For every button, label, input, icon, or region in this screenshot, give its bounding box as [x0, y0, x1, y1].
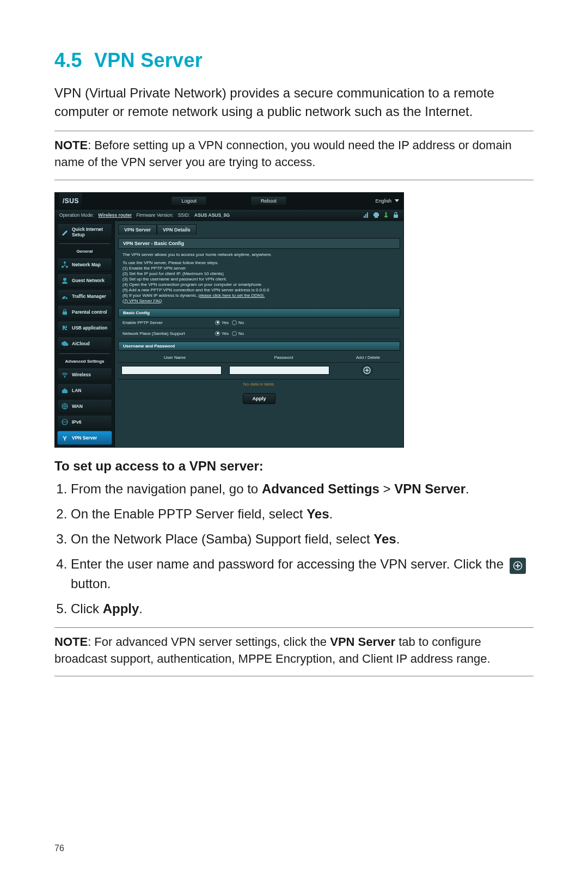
- tab-vpn-server[interactable]: VPN Server: [118, 224, 157, 235]
- svg-rect-9: [63, 311, 67, 315]
- reboot-button[interactable]: Reboot: [250, 196, 287, 206]
- sidebar-item-usb-application[interactable]: USB application: [57, 321, 112, 335]
- username-input[interactable]: [121, 366, 222, 375]
- op-mode-value[interactable]: Wireless router: [98, 212, 132, 218]
- sidebar-header-general: General: [57, 247, 112, 256]
- brand-logo: /SUS: [59, 193, 83, 209]
- wifi-icon: [61, 371, 69, 378]
- sidebar-item-label: USB application: [72, 325, 107, 331]
- sidebar-item-parental-control[interactable]: Parental control: [57, 305, 112, 319]
- step-5: Click Apply.: [71, 599, 534, 619]
- sidebar-item-wireless[interactable]: Wireless: [57, 368, 112, 382]
- sidebar-item-label: Wireless: [72, 372, 91, 377]
- status-bar: Operation Mode: Wireless router Firmware…: [55, 209, 403, 221]
- logout-button[interactable]: Logout: [171, 196, 207, 206]
- puzzle-icon: [61, 324, 69, 332]
- config-step: (4) Open the VPN connection program on y…: [122, 282, 396, 287]
- col-username: User Name: [120, 355, 229, 360]
- svg-rect-0: [373, 213, 379, 216]
- svg-point-7: [63, 278, 66, 281]
- tab-vpn-details[interactable]: VPN Details: [157, 224, 197, 235]
- op-mode-label: Operation Mode:: [59, 212, 94, 218]
- row-label: Network Place (Samba) Support: [122, 331, 215, 336]
- apply-button[interactable]: Apply: [243, 393, 275, 404]
- password-input[interactable]: [229, 366, 329, 375]
- section-basic-config: Basic Config: [118, 308, 400, 317]
- radio-yes[interactable]: Yes: [215, 320, 229, 325]
- card-title: VPN Server - Basic Config: [118, 238, 400, 249]
- vpn-faq-link[interactable]: (7) VPN Server FAQ: [122, 298, 162, 303]
- note-text: : Before setting up a VPN connection, yo…: [54, 138, 512, 169]
- sidebar-item-label: AiCloud: [72, 341, 90, 346]
- printer-icon: [373, 212, 379, 218]
- sidebar-item-lan[interactable]: LAN: [57, 383, 112, 398]
- globe-icon: [61, 418, 69, 426]
- sidebar-item-label: Traffic Manager: [72, 294, 106, 299]
- sidebar-item-label: Parental control: [72, 309, 107, 315]
- intro-paragraph: VPN (Virtual Private Network) provides a…: [54, 84, 534, 121]
- svg-point-10: [64, 376, 66, 377]
- main-panel: VPN Server VPN Details VPN Server - Basi…: [115, 221, 403, 447]
- col-password: Password: [229, 355, 338, 360]
- svg-rect-3: [394, 215, 398, 218]
- row-enable-pptp: Enable PPTP Server Yes No: [118, 317, 400, 328]
- note-box-2: NOTE: For advanced VPN server settings, …: [54, 627, 534, 676]
- sidebar-item-guest-network[interactable]: Guest Network: [57, 273, 112, 288]
- section-heading: 4.5VPN Server: [54, 49, 534, 72]
- sidebar-item-qis[interactable]: Quick Internet Setup: [57, 223, 112, 241]
- sidebar-item-vpn-server[interactable]: VPN Server: [57, 431, 112, 445]
- step-4: Enter the user name and password for acc…: [71, 554, 534, 594]
- instruction-steps: From the navigation panel, go to Advance…: [54, 479, 534, 619]
- config-step: (3) Set up the username and password for…: [122, 277, 396, 282]
- vpn-icon: [61, 434, 69, 442]
- ssid-value: ASUS ASUS_5G: [194, 212, 230, 218]
- gauge-icon: [61, 292, 69, 300]
- config-step-lead: To use the VPN server, Please follow the…: [122, 260, 396, 265]
- config-step: (2) Set the IP pool for client IP. (Maxi…: [122, 271, 396, 276]
- topbar: /SUS Logout Reboot English: [55, 193, 403, 209]
- language-label: English: [375, 198, 391, 204]
- config-steps: To use the VPN server, Please follow the…: [118, 260, 400, 306]
- chevron-down-icon: [395, 199, 399, 202]
- network-map-icon: [61, 261, 69, 268]
- language-selector[interactable]: English: [375, 198, 399, 204]
- config-step: (1) Enable the PPTP VPN server: [122, 266, 396, 271]
- sidebar-item-label: IPv6: [72, 419, 82, 425]
- step-2: On the Enable PPTP Server field, select …: [71, 504, 534, 524]
- sidebar-item-ipv6[interactable]: IPv6: [57, 415, 112, 429]
- row-samba-support: Network Place (Samba) Support Yes No: [118, 328, 400, 339]
- section-title: VPN Server: [94, 49, 203, 71]
- fw-label: Firmware Version:: [136, 212, 174, 218]
- step-3: On the Network Place (Samba) Support fie…: [71, 529, 534, 549]
- sidebar-item-label: Quick Internet Setup: [72, 227, 108, 237]
- note-label: NOTE: [54, 138, 88, 152]
- radio-no[interactable]: No: [232, 331, 244, 336]
- page-number: 76: [54, 844, 64, 853]
- radio-yes[interactable]: Yes: [215, 331, 229, 336]
- instructions-heading: To set up access to a VPN server:: [54, 459, 534, 474]
- lock-icon: [61, 308, 69, 316]
- config-step: (5) Add a new PPTP VPN connection and th…: [122, 288, 396, 292]
- sidebar-item-network-map[interactable]: Network Map: [57, 258, 112, 272]
- note-box-1: NOTE: Before setting up a VPN connection…: [54, 131, 534, 180]
- usb-icon: [383, 212, 389, 218]
- sidebar-item-traffic-manager[interactable]: Traffic Manager: [57, 289, 112, 303]
- globe-icon: [61, 402, 69, 410]
- add-button[interactable]: [362, 365, 372, 376]
- config-step-6: (6) If your WAN IP address is dynamic, p…: [122, 293, 396, 298]
- sidebar-item-label: Guest Network: [72, 278, 105, 283]
- ddns-link[interactable]: please click here to set the DDNS.: [199, 293, 265, 298]
- empty-table-message: No data in table.: [118, 380, 400, 390]
- sidebar-item-label: LAN: [72, 388, 81, 393]
- section-username-password: Username and Password: [118, 341, 400, 351]
- sidebar-item-label: VPN Server: [72, 435, 97, 441]
- sidebar-item-wan[interactable]: WAN: [57, 399, 112, 413]
- wizard-icon: [61, 228, 69, 236]
- col-add-delete: Add / Delete: [338, 355, 398, 360]
- cloud-icon: [61, 340, 69, 347]
- svg-point-4: [64, 261, 66, 264]
- svg-rect-2: [375, 216, 378, 218]
- radio-no[interactable]: No: [232, 320, 244, 325]
- sidebar-item-aicloud[interactable]: AiCloud: [57, 337, 112, 351]
- router-screenshot: /SUS Logout Reboot English Operation Mod…: [54, 192, 403, 448]
